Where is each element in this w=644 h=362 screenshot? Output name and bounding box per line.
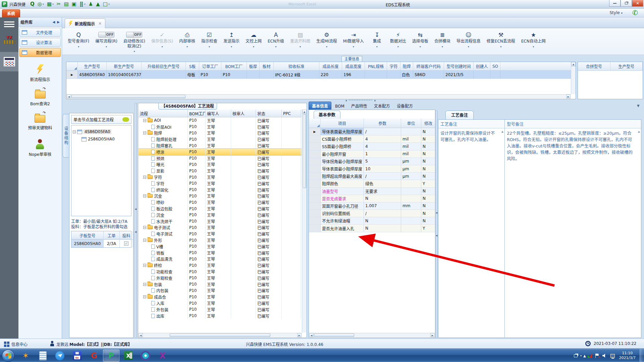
ribbon-button-重选开料图[interactable]: ▨重选开料图▾ <box>288 30 313 49</box>
expander-icon[interactable]: − <box>143 283 146 286</box>
network-icon[interactable] <box>610 354 615 358</box>
ribbon-button-型号查询(F)[interactable]: Q型号查询(F)▾ <box>65 30 92 49</box>
expander-icon[interactable]: − <box>143 194 146 197</box>
column-header-项目[interactable]: 项目 <box>321 119 364 128</box>
flow-row-水洗烘干[interactable]: 水洗烘干P10王琴已编写 <box>139 218 302 225</box>
param-cell[interactable]: 5 <box>364 158 401 165</box>
scroll-up-icon[interactable]: ▲ <box>501 130 503 133</box>
column-header-投料[interactable]: 投料 <box>120 231 133 239</box>
expander-icon[interactable]: − <box>143 119 146 122</box>
flow-row-终固化[interactable]: 终固化P10王琴已编写 <box>139 187 302 193</box>
cell-成品长度[interactable]: 220 <box>319 71 342 78</box>
search-icon[interactable]: Q <box>30 2 35 7</box>
restore-button[interactable] <box>621 0 632 7</box>
column-header-阻焊[interactable]: 阻焊 <box>400 62 413 70</box>
flow-row-字符[interactable]: −字符P10王琴已编写 <box>139 174 302 180</box>
flow-row-电子测试[interactable]: −电子测试P10王琴已编写 <box>139 225 302 231</box>
flow-vertical-scrollbar[interactable]: ▲ <box>302 110 307 333</box>
column-header-BOM工厂[interactable]: BOM工厂 <box>221 62 247 70</box>
param-cell[interactable]: / <box>364 128 401 135</box>
column-header-S板[interactable]: S板 <box>186 62 199 70</box>
expander-icon[interactable]: − <box>143 226 146 229</box>
param-cell[interactable]: 1.007 <box>364 202 401 209</box>
ribbon-button-生成MI流程[interactable]: ⚙生成MI流程▾ <box>314 30 339 49</box>
flow-row-成品仓[interactable]: −成品仓P10王琴已编写 <box>139 294 302 300</box>
nav-right-icon[interactable]: ▶ <box>57 20 60 24</box>
start-button[interactable] <box>2 350 14 362</box>
flow-row-曝光[interactable]: 曝光P10王琴已编写 <box>139 162 302 168</box>
flow-row-入库[interactable]: 入库P10王琴已编写 <box>139 300 302 306</box>
cell-阻焊[interactable]: 白色 <box>400 71 413 78</box>
expander-icon[interactable]: − <box>143 264 146 267</box>
column-header-成品宽度[interactable]: 成品宽度 <box>342 62 365 70</box>
param-cell[interactable]: N <box>364 195 401 202</box>
monitor-icon[interactable]: □▾ <box>103 2 110 7</box>
column-header-编写人[interactable]: 编写人 <box>206 110 231 117</box>
panel-collapse-caret-icon[interactable]: ▼ <box>637 104 640 108</box>
sidebar-group-文件处理[interactable]: 文件处理 <box>19 28 61 37</box>
style-selector[interactable]: Style ▾ <box>610 10 623 15</box>
column-header-生产型号[interactable]: 生产型号 <box>78 62 107 70</box>
cell-S板[interactable]: 母板 <box>186 71 199 78</box>
taskbar-app-shell-star[interactable]: ✶ <box>17 350 34 362</box>
param-row-导体表面最小阻焊厚度[interactable]: 导体表面最小阻焊厚度10μmN <box>309 165 435 173</box>
splitter-structure-flow[interactable]: ◀◀ <box>135 103 137 338</box>
cell-验收标准[interactable]: IPC-6012 Ⅱ级 <box>274 71 319 78</box>
toggle-switch[interactable]: OFF <box>126 32 142 38</box>
taskbar-app-floppy-64[interactable]: 64 <box>69 350 85 362</box>
restore-windows-icon[interactable] <box>574 354 578 357</box>
param-row-双面开窗最小孔刀径[interactable]: 双面开窗最小孔刀径1.007mmN <box>309 202 435 210</box>
column-header-SO[interactable]: SO <box>490 62 500 70</box>
ribbon-button-修复ECN丢流程[interactable]: ⚒修复ECN丢流程▾ <box>484 30 518 49</box>
load-flow-hint[interactable]: 单击节点加载工艺流程 <box>71 115 131 124</box>
action-center-flag-icon[interactable] <box>595 354 599 358</box>
tab-产品特性[interactable]: 产品特性 <box>348 102 370 110</box>
drag-handle[interactable]: ▲▲ <box>345 99 376 101</box>
sidebar-item-Nope单审核[interactable]: Nope单审核 <box>29 139 51 157</box>
flow-horizontal-scrollbar[interactable]: ◀ ▶ <box>139 333 302 337</box>
system-menu-tab[interactable]: 系统 <box>2 9 20 17</box>
hamburger-menu-icon[interactable] <box>4 21 14 27</box>
column-header-核审人[interactable]: 核审人 <box>231 110 256 117</box>
ribbon-button-发送指示[interactable]: ↥发送指示▾ <box>221 30 242 49</box>
nav-left-icon[interactable]: ◀ <box>53 20 55 24</box>
ribbon-button-保存信息(S)[interactable]: ✓保存信息(S)▾ <box>149 30 175 49</box>
cell-型号创建时间[interactable]: 2021/3/5 <box>444 71 474 78</box>
life-ring-icon[interactable]: ◎▾ <box>38 2 44 7</box>
taskbar-app-g-tool[interactable]: G <box>86 350 102 362</box>
column-header-升级前旧生产型号[interactable]: 升级前旧生产型号 <box>142 62 186 70</box>
model-remark-text[interactable]: 22个异型槽。孔壁粗糙度：≤25μm。孔壁铜厚度：≥20μm。符合ROHS，符合… <box>505 128 641 338</box>
column-header-流程[interactable]: 流程 <box>139 110 188 117</box>
ribbon-button-合拼模块[interactable]: ≣合拼模块▾ <box>432 30 453 49</box>
cell-生产型号[interactable]: 4S86D05FA0 <box>78 71 107 78</box>
param-cell[interactable]: 10 <box>364 165 401 172</box>
cell-字符[interactable] <box>387 71 400 78</box>
cell-SO[interactable] <box>490 71 500 78</box>
column-header-生产型号[interactable]: 生产型号 <box>610 62 643 70</box>
ribbon-button-集成[interactable]: ↧集成▾ <box>368 30 386 49</box>
taskbar-app-excel[interactable]: X <box>120 350 137 362</box>
cell-板材[interactable] <box>260 71 274 78</box>
ribbon-button-ECN升级[interactable]: AECN升级▾ <box>265 30 286 49</box>
flow-row-V槽[interactable]: V槽P10王琴已编写 <box>139 243 302 250</box>
flow-row-沉金[interactable]: 沉金P10王琴已编写 <box>139 212 302 218</box>
param-row-最小阻焊开窗[interactable]: 最小阻焊开窗1milN <box>309 150 435 158</box>
taskbar-app-dingtalk[interactable] <box>52 350 68 362</box>
flow-row-内包装[interactable]: 内包装P10王琴已编写 <box>139 288 302 294</box>
cell-升级前旧生产型号[interactable] <box>142 71 186 78</box>
ribbon-button-编写流程(R)[interactable]: OFF编写流程(R)▾ <box>93 30 120 49</box>
minimize-button[interactable] <box>609 0 621 7</box>
ribbon-button-内部审核[interactable]: ⎙内部审核▾ <box>177 30 198 49</box>
tab-device-structure[interactable]: 设备结构 <box>63 114 69 158</box>
column-header-合拼型号[interactable]: 合拼型号 <box>578 62 610 70</box>
feed-checkbox-cell[interactable]: ✓ <box>120 239 133 247</box>
expander-icon[interactable]: − <box>73 130 76 133</box>
tab-设备配方[interactable]: 设备配方 <box>394 102 416 110</box>
flow-row-成品清洗[interactable]: 成品清洗P10王琴已编写 <box>139 256 302 262</box>
params-horizontal-scrollbar[interactable]: ◀ ▶ <box>309 333 435 337</box>
param-cell[interactable]: 4 <box>364 143 401 150</box>
column-header-BOM工厂[interactable]: BOM工厂 <box>188 110 206 117</box>
tray-app-icon[interactable] <box>589 354 592 358</box>
param-row-油墨型号[interactable]: 油墨型号无要求N <box>309 188 435 195</box>
flow-row-终检[interactable]: −终检P10王琴已编写 <box>139 262 302 268</box>
